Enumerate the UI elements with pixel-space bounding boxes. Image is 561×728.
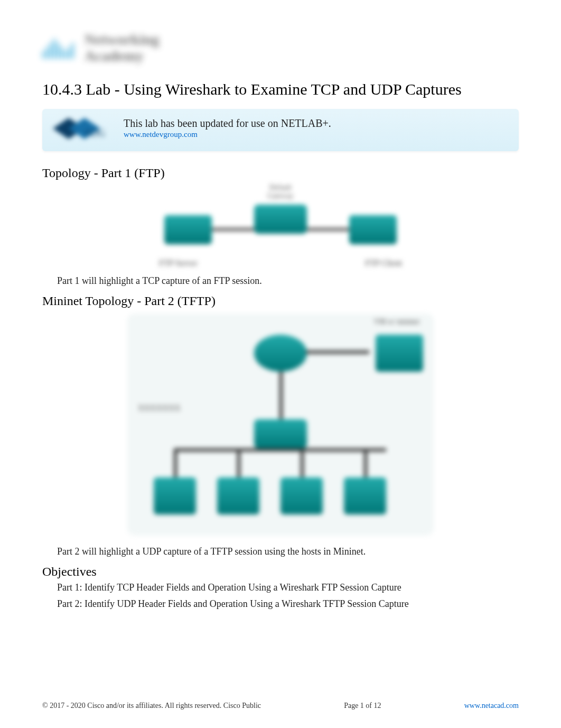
ftp-client-icon (349, 215, 397, 244)
link-icon (279, 372, 283, 419)
lab-title: 10.4.3 Lab - Using Wireshark to Examine … (42, 80, 519, 98)
footer-page-number: Page 1 of 12 (344, 702, 381, 710)
switch-icon (254, 419, 307, 448)
topology2-left-label: XXXXXXX (138, 403, 181, 413)
topology1-heading: Topology - Part 1 (FTP) (42, 166, 519, 180)
footer-copyright: © 2017 - 2020 Cisco and/or its affiliate… (42, 702, 261, 710)
topology2-diagram: VM w/ mininet XXXXXXX (127, 314, 434, 536)
topology1-diagram: Default Gateway FTP Server FTP Client (154, 183, 407, 268)
part1-description: Part 1 will highlight a TCP capture of a… (57, 275, 519, 287)
link-icon (174, 448, 177, 480)
link-icon (212, 228, 254, 231)
netlab-text: This lab has been updated for use on NET… (124, 117, 508, 130)
host-icon (154, 477, 196, 514)
link-icon (364, 448, 367, 480)
footer-link[interactable]: www.netacad.com (464, 702, 519, 710)
netlab-banner: NDG This lab has been updated for use on… (42, 109, 519, 151)
host-icon (344, 477, 386, 514)
link-icon (306, 351, 369, 354)
cisco-bars-icon (42, 38, 74, 59)
page-footer: © 2017 - 2020 Cisco and/or its affiliate… (42, 702, 519, 710)
logo-text-line1: Networking (85, 32, 160, 48)
switch-icon (254, 205, 307, 234)
ftp-server-icon (164, 215, 212, 244)
topology1-label-right: FTP Client (365, 259, 402, 268)
link-icon (307, 228, 349, 231)
link-icon (301, 448, 304, 480)
logo-text-line2: Academy (85, 48, 160, 64)
netlab-link[interactable]: www.netdevgroup.com (124, 130, 198, 139)
cisco-netacad-logo: Networking Academy (42, 32, 519, 64)
vm-host-icon (376, 335, 423, 372)
part2-description: Part 2 will highlight a UDP capture of a… (57, 546, 519, 557)
topology2-vm-label: VM w/ mininet (365, 318, 428, 326)
topology1-label-left: FTP Server (159, 259, 198, 268)
objective-item: Part 1: Identify TCP Header Fields and O… (57, 582, 519, 593)
link-icon (175, 448, 386, 451)
router-icon (254, 335, 307, 372)
host-icon (280, 477, 323, 514)
topology2-heading: Mininet Topology - Part 2 (TFTP) (42, 294, 519, 308)
link-icon (237, 448, 240, 480)
objectives-heading: Objectives (42, 565, 519, 579)
topology1-label-top: Default Gateway (259, 183, 302, 200)
host-icon (217, 477, 259, 514)
svg-text:NDG: NDG (85, 128, 105, 139)
ndg-logo-icon: NDG (53, 115, 111, 142)
objective-item: Part 2: Identify UDP Header Fields and O… (57, 598, 519, 610)
